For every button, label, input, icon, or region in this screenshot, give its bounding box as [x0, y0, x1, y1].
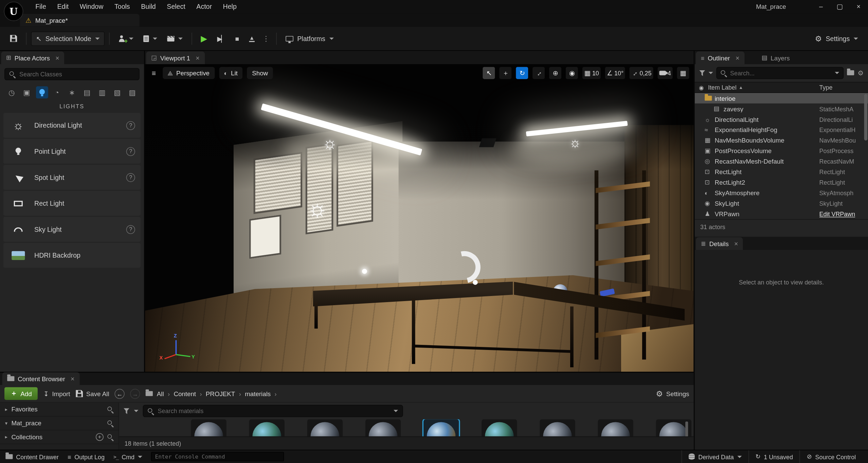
save-button[interactable]	[5, 31, 21, 46]
menu-build[interactable]: Build	[135, 0, 161, 13]
grid-snap-button[interactable]: ▦10	[583, 67, 601, 79]
tab-details[interactable]: ≣ Details ×	[696, 237, 743, 250]
chevron-down-icon[interactable]	[835, 72, 839, 74]
asset-thumbnail[interactable]	[482, 419, 517, 437]
menu-actor[interactable]: Actor	[191, 0, 217, 13]
viewport-menu-icon[interactable]: ≡	[149, 69, 158, 77]
lit-mode-dropdown[interactable]: ◐ Lit	[219, 67, 243, 79]
outliner-row-skylight[interactable]: ◉ SkyLight SkyLight	[695, 198, 868, 208]
category-geometry-icon[interactable]: ▤	[81, 86, 93, 98]
place-actors-item-point-light[interactable]: Point Light	[3, 139, 141, 164]
new-folder-icon[interactable]	[847, 69, 854, 77]
outliner-row-postprocessvolume[interactable]: ▣ PostProcessVolume PostProcess	[695, 146, 868, 156]
scale-tool-button[interactable]: ↔	[533, 67, 545, 79]
world-space-toggle[interactable]: ⊕	[549, 67, 562, 79]
tab-viewport-1[interactable]: ◲ Viewport 1 ×	[146, 52, 204, 64]
place-actors-item-spot-light[interactable]: Spot Light	[3, 165, 141, 190]
save-all-button[interactable]: Save All	[76, 390, 109, 397]
rotation-snap-button[interactable]: ∠10°	[605, 67, 625, 79]
place-actors-item-rect-light[interactable]: Rect Light	[3, 191, 141, 216]
close-icon[interactable]: ×	[196, 54, 199, 62]
project-source-row[interactable]: ▾ Mat_prace	[0, 416, 119, 430]
place-actors-item-directional-light[interactable]: ☼ Directional Light	[3, 113, 141, 137]
selection-mode-dropdown[interactable]: ↖ Selection Mode	[31, 31, 104, 45]
asset-thumbnail[interactable]	[365, 419, 401, 437]
tab-place-actors[interactable]: ⊞ Place Actors ×	[1, 52, 64, 64]
close-icon[interactable]: ×	[55, 54, 59, 62]
chevron-right-icon[interactable]: ▸	[5, 407, 7, 412]
close-icon[interactable]: ×	[734, 240, 738, 247]
search-materials-input[interactable]	[158, 408, 390, 414]
outliner-search-input[interactable]	[730, 70, 832, 76]
outliner-row-rectlight[interactable]: ⊡ RectLight RectLight	[695, 167, 868, 177]
asset-thumbnail[interactable]	[307, 419, 343, 437]
help-icon[interactable]	[126, 225, 135, 234]
import-button[interactable]: ↧ Import	[43, 390, 70, 397]
chevron-down-icon[interactable]	[709, 72, 713, 74]
light-gizmo-selected[interactable]: ☼	[307, 197, 328, 220]
breadcrumb-projekt[interactable]: PROJEKT	[206, 390, 235, 397]
add-actor-dropdown[interactable]: +	[114, 31, 138, 46]
asset-thumbnail[interactable]	[249, 419, 285, 437]
asset-thumbnail[interactable]	[191, 419, 226, 437]
perspective-dropdown[interactable]: ⟁ Perspective	[163, 67, 215, 79]
chevron-right-icon[interactable]: ▸	[5, 434, 7, 440]
collections-row[interactable]: ▸ Collections ＋	[0, 430, 119, 444]
category-favorites-icon[interactable]: ▧	[111, 86, 123, 98]
asset-thumbnail[interactable]	[540, 419, 575, 437]
unsaved-button[interactable]: ↻ 1 Unsaved	[748, 450, 799, 463]
outliner-row-exponentialheightfog[interactable]: ≈ ExponentialHeightFog ExponentialH	[695, 125, 868, 135]
outliner-row-interioe[interactable]: interioe	[695, 93, 868, 104]
unreal-logo-icon[interactable]: U	[4, 2, 23, 21]
minimize-icon[interactable]: –	[812, 0, 830, 13]
platforms-dropdown[interactable]: Platforms	[281, 31, 338, 46]
place-actors-item-sky-light[interactable]: Sky Light	[3, 217, 141, 242]
close-icon[interactable]: ×	[71, 375, 74, 383]
maximize-icon[interactable]: ▢	[830, 0, 849, 13]
forward-button[interactable]: →	[130, 389, 140, 399]
tab-content-browser[interactable]: Content Browser ×	[2, 372, 80, 385]
viewport-3d-scene[interactable]: ☼ ☼ ☼ Z X Y ≡ ⟁ Perspective	[145, 64, 693, 372]
outliner-row-vrpawn[interactable]: ♟ VRPawn Edit VRPawn	[695, 208, 868, 219]
menu-select[interactable]: Select	[161, 0, 191, 13]
chevron-down-icon[interactable]	[134, 410, 138, 412]
cmd-dropdown[interactable]: >_ Cmd	[113, 453, 142, 460]
eject-button[interactable]: ▲	[245, 31, 259, 46]
surface-snap-button[interactable]: ◉	[566, 67, 578, 79]
blueprints-dropdown[interactable]	[139, 31, 162, 46]
outliner-row-directionallight[interactable]: ☼ DirectionalLight DirectionalLi	[695, 114, 868, 125]
category-recent-icon[interactable]: ◷	[5, 86, 18, 98]
menu-help[interactable]: Help	[217, 0, 242, 13]
outliner-scrollbar[interactable]	[864, 94, 868, 141]
outliner-settings-icon[interactable]: ⚙	[857, 69, 864, 77]
move-tool-button[interactable]: ＋	[500, 67, 512, 79]
help-icon[interactable]	[126, 173, 135, 182]
derived-data-button[interactable]: Derived Data	[682, 450, 748, 463]
chevron-down-icon[interactable]: ▾	[5, 420, 7, 426]
frame-skip-button[interactable]: ▶▏	[213, 31, 230, 46]
rect-light-gizmo[interactable]: ☼	[569, 136, 581, 149]
help-icon[interactable]	[126, 147, 135, 156]
outliner-row-recastnavmesh[interactable]: ◎ RecastNavMesh-Default RecastNavM	[695, 156, 868, 167]
console-command-input[interactable]	[155, 453, 280, 460]
close-icon[interactable]: ×	[849, 0, 868, 13]
play-options-icon[interactable]: ⋮	[260, 34, 272, 42]
viewport-layout-button[interactable]: ▦	[677, 67, 689, 79]
edit-vrpawn-link[interactable]: Edit VRPawn	[819, 210, 868, 217]
category-all-icon[interactable]: ▨	[126, 86, 139, 98]
content-settings-button[interactable]: ⚙ Settings	[656, 389, 689, 398]
tab-outliner[interactable]: ≡ Outliner ×	[696, 52, 744, 64]
outliner-row-zavesy[interactable]: ▤ zavesy StaticMeshA	[695, 104, 868, 114]
scale-snap-button[interactable]: ↔0,25	[630, 67, 653, 79]
menu-window[interactable]: Window	[74, 0, 109, 13]
search-icon[interactable]	[107, 434, 113, 440]
outliner-row-rectlight2[interactable]: ⊡ RectLight2 RectLight	[695, 177, 868, 187]
camera-speed-button[interactable]: 4	[657, 67, 672, 79]
select-tool-button[interactable]: ↖	[483, 67, 495, 79]
eye-icon[interactable]: ◉	[695, 85, 708, 91]
category-volumes-icon[interactable]: ▥	[96, 86, 108, 98]
asset-thumbnail-selected[interactable]	[423, 419, 459, 437]
search-icon[interactable]	[107, 420, 113, 426]
close-icon[interactable]: ×	[736, 54, 739, 62]
source-control-button[interactable]: ⊘ Source Control	[800, 450, 863, 463]
